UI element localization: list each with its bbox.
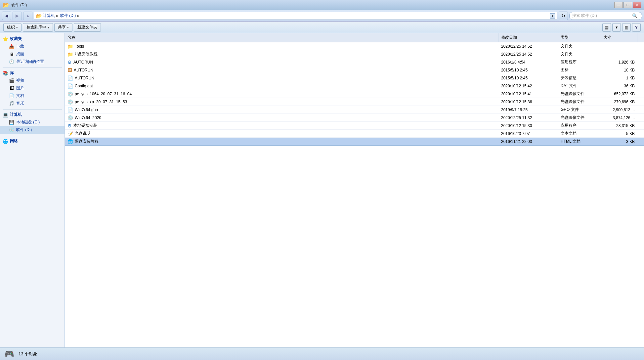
titlebar-title: 软件 (D:) — [11, 2, 27, 8]
breadcrumb-software-d[interactable]: 软件 (D:) — [60, 13, 76, 19]
details-pane-button[interactable]: ▥ — [622, 23, 631, 32]
file-size-cell: 5 KB — [601, 130, 637, 137]
addressbar: ◀ ▶ ▲ 📂 计算机 ▶ 软件 (D:) ▶ ▾ ↻ 搜索 软件 (D:) 🔍 — [0, 10, 644, 22]
table-row[interactable]: 📄 AUTORUN 2015/5/10 2:45 安装信息 1 KB — [65, 74, 644, 82]
divider-2 — [3, 109, 62, 110]
titlebar-left: 📂 软件 (D:) — [3, 2, 27, 8]
table-row[interactable]: 💿 pe_yqs_1064_20_07_31_16_04 2020/10/12 … — [65, 90, 644, 98]
minimize-button[interactable]: ─ — [614, 2, 623, 8]
favorites-label: 收藏夹 — [10, 36, 22, 42]
column-header-modified[interactable]: 修改日期 — [498, 33, 558, 42]
favorites-header[interactable]: ⭐ 收藏夹 — [0, 35, 64, 43]
titlebar-buttons: ─ □ ✕ — [614, 2, 641, 8]
column-header-size[interactable]: 大小 — [601, 33, 637, 42]
file-type-cell: GHO 文件 — [558, 106, 601, 113]
file-icon: 📄 — [67, 75, 73, 81]
sidebar-item-music[interactable]: 🎵 音乐 — [0, 100, 64, 107]
sidebar-item-document[interactable]: 📄 文档 — [0, 92, 64, 100]
table-row[interactable]: 💿 pe_yqs_xp_20_07_31_15_53 2020/10/12 15… — [65, 98, 644, 106]
table-row[interactable]: 🌐 硬盘安装教程 2016/11/21 22:03 HTML 文档 3 KB — [65, 138, 644, 146]
breadcrumb-dropdown-btn[interactable]: ▾ — [550, 13, 555, 19]
sidebar-item-recent[interactable]: 🕐 最近访问的位置 — [0, 58, 64, 66]
table-row[interactable]: 📁 U盘安装教程 2020/12/25 14:52 文件夹 — [65, 50, 644, 58]
new-folder-button[interactable]: 新建文件夹 — [74, 23, 101, 32]
file-name: Win7x64.gho — [75, 108, 98, 112]
recent-icon: 🕐 — [9, 59, 15, 64]
library-label: 库 — [10, 70, 14, 76]
details-pane-icon: ▥ — [624, 25, 628, 30]
sidebar-item-video[interactable]: 🎬 视频 — [0, 77, 64, 84]
file-type-cell: 安装信息 — [558, 74, 601, 82]
file-extra-cell — [637, 66, 644, 74]
view-dropdown-button[interactable]: ▾ — [612, 23, 621, 32]
file-size-cell: 652,072 KB — [601, 90, 637, 98]
table-row[interactable]: 📁 Tools 2020/12/25 14:52 文件夹 — [65, 42, 644, 50]
table-row[interactable]: 💿 Win7x64_2020 2020/12/25 11:32 光盘映像文件 3… — [65, 114, 644, 122]
sidebar-item-image[interactable]: 🖼 图片 — [0, 84, 64, 92]
sidebar-item-software-d[interactable]: 💿 软件 (D:) — [0, 126, 64, 134]
sidebar-item-downloads[interactable]: 📥 下载 — [0, 43, 64, 50]
favorites-section: ⭐ 收藏夹 📥 下载 🖥 桌面 🕐 最近访问的位置 — [0, 35, 64, 66]
video-icon: 🎬 — [9, 78, 15, 83]
file-modified-cell: 2020/10/12 15:36 — [498, 98, 558, 106]
table-row[interactable]: 📄 Win7x64.gho 2019/9/7 19:25 GHO 文件 2,90… — [65, 106, 644, 114]
refresh-button[interactable]: ↻ — [559, 12, 568, 20]
close-button[interactable]: ✕ — [633, 2, 641, 8]
organize-button[interactable]: 组织 ▾ — [3, 23, 21, 32]
back-button[interactable]: ◀ — [2, 12, 11, 20]
table-row[interactable]: 📝 光盘说明 2016/10/23 7:07 文本文档 5 KB — [65, 130, 644, 138]
file-size-cell: 1 KB — [601, 74, 637, 82]
file-icon: 📝 — [67, 131, 73, 136]
table-row[interactable]: ⚙ AUTORUN 2016/1/8 4:54 应用程序 1,926 KB — [65, 58, 644, 66]
file-icon: 💿 — [67, 99, 73, 105]
table-row[interactable]: 🖼 AUTORUN 2015/5/10 2:45 图标 10 KB — [65, 66, 644, 74]
include-dropdown-icon: ▾ — [48, 26, 49, 29]
file-extra-cell — [637, 122, 644, 129]
include-library-label: 包含到库中 — [26, 24, 46, 30]
sidebar-item-local-c[interactable]: 💾 本地磁盘 (C:) — [0, 118, 64, 126]
column-header-type[interactable]: 类型 — [558, 33, 601, 42]
file-extra-cell — [637, 138, 644, 145]
help-icon: ? — [635, 25, 638, 30]
view-icon: ▤ — [605, 25, 609, 30]
search-button[interactable]: 🔍 — [630, 12, 639, 20]
file-size-cell: 1,926 KB — [601, 58, 637, 66]
computer-header[interactable]: 💻 计算机 — [0, 111, 64, 118]
file-type-cell: 图标 — [558, 66, 601, 74]
up-button[interactable]: ▲ — [23, 12, 32, 20]
forward-button[interactable]: ▶ — [13, 12, 22, 20]
network-icon: 🌐 — [3, 139, 8, 144]
table-row[interactable]: 📄 Config.dat 2020/10/12 15:42 DAT 文件 36 … — [65, 82, 644, 90]
file-extra-cell — [637, 50, 644, 58]
downloads-icon: 📥 — [9, 44, 15, 49]
help-button[interactable]: ? — [632, 23, 641, 32]
network-header[interactable]: 🌐 网络 — [0, 137, 64, 145]
library-header[interactable]: 📚 库 — [0, 69, 64, 77]
toolbar: 组织 ▾ 包含到库中 ▾ 共享 ▾ 新建文件夹 ▤ ▾ ▥ ? — [0, 22, 644, 33]
table-row[interactable]: ⚙ 本地硬盘安装 2020/10/12 15:30 应用程序 28,315 KB — [65, 122, 644, 130]
music-icon: 🎵 — [9, 101, 15, 106]
file-name: Config.dat — [75, 84, 93, 88]
file-name-cell: 💿 pe_yqs_1064_20_07_31_16_04 — [65, 90, 498, 98]
file-name: 硬盘安装教程 — [75, 139, 99, 144]
include-library-button[interactable]: 包含到库中 ▾ — [23, 23, 53, 32]
breadcrumb-bar: 📂 计算机 ▶ 软件 (D:) ▶ ▾ — [34, 12, 557, 20]
sidebar-item-desktop[interactable]: 🖥 桌面 — [0, 50, 64, 58]
file-modified-cell: 2020/12/25 11:32 — [498, 114, 558, 121]
file-name: AUTORUN — [75, 76, 94, 80]
computer-label: 计算机 — [10, 112, 22, 117]
file-name-cell: 🖼 AUTORUN — [65, 66, 498, 74]
file-name: Tools — [75, 44, 84, 49]
file-size-cell: 28,315 KB — [601, 122, 637, 129]
maximize-button[interactable]: □ — [623, 2, 632, 8]
file-type-cell: DAT 文件 — [558, 82, 601, 90]
share-button[interactable]: 共享 ▾ — [54, 23, 72, 32]
file-name: pe_yqs_1064_20_07_31_16_04 — [75, 92, 132, 96]
file-modified-cell: 2020/12/25 14:52 — [498, 42, 558, 50]
file-type-cell: 应用程序 — [558, 122, 601, 129]
file-modified-cell: 2020/10/12 15:41 — [498, 90, 558, 98]
view-button[interactable]: ▤ — [602, 23, 611, 32]
breadcrumb-computer[interactable]: 计算机 — [43, 13, 55, 19]
column-header-name[interactable]: 名称 — [65, 33, 498, 42]
share-dropdown-icon: ▾ — [67, 26, 69, 29]
